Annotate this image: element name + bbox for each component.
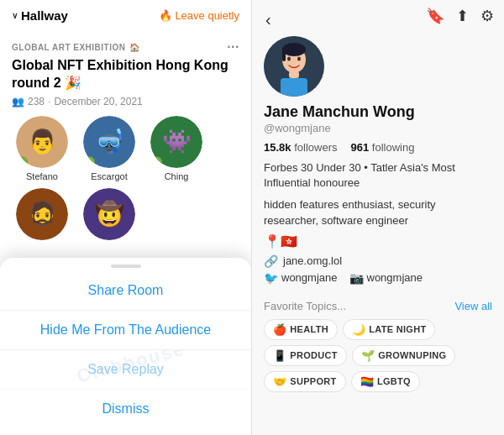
left-panel: ∨ Hallway 🔥 Leave quietly GLOBAL ART EXH…	[0, 0, 252, 435]
following-stat: 961 following	[350, 141, 414, 154]
instagram-link[interactable]: 📷 wongmjane	[349, 271, 423, 285]
room-date: December 20, 2021	[54, 96, 142, 107]
room-meta: 👥 238 · December 20, 2021	[12, 96, 239, 107]
link-icon: 🔗	[264, 254, 278, 268]
grownuping-label: GROWNUPING	[378, 350, 446, 360]
room-more-button[interactable]: ···	[227, 39, 239, 55]
chevron-down-icon: ∨	[12, 11, 18, 20]
share-room-button[interactable]: Share Room	[0, 271, 251, 311]
profile-location-emojis: 📍🇭🇰	[264, 233, 492, 249]
speaker-item[interactable]: 🧔	[12, 188, 72, 244]
topic-chip-product[interactable]: 📱 PRODUCT	[264, 345, 347, 366]
grownuping-emoji: 🌱	[361, 349, 375, 362]
bookmark-icon[interactable]: 🔖	[426, 7, 444, 25]
speaker-item[interactable]: 🤿 🟢 Escargot	[79, 116, 139, 181]
back-button[interactable]: ‹	[262, 7, 275, 33]
twitter-handle: wongmjane	[281, 271, 338, 284]
share-icon[interactable]: ⬆	[456, 7, 469, 25]
profile-actions: 🔖 ⬆ ⚙	[426, 7, 494, 25]
topic-chip-lgbtq[interactable]: 🏳️‍🌈 LGBTQ	[351, 371, 420, 392]
profile-link[interactable]: 🔗 jane.omg.lol	[264, 254, 492, 268]
room-name-button[interactable]: ∨ Hallway	[12, 8, 68, 23]
speakers-grid: 👨 🟢 Stefano 🤿 🟢 Escargot 👾 🟢 Ching	[0, 107, 251, 252]
profile-bio-line2: hidden features enthusiast, security res…	[264, 197, 492, 228]
speaker-item[interactable]: 👨 🟢 Stefano	[12, 116, 72, 181]
svg-point-5	[297, 57, 301, 61]
room-label-emoji: 🏠	[129, 43, 140, 52]
profile-name: Jane Manchun Wong	[264, 103, 492, 121]
speaker-badge: 🟢	[16, 156, 29, 168]
room-name-label: Hallway	[21, 8, 68, 23]
speaker-avatar: 🧔	[16, 188, 68, 240]
product-emoji: 📱	[273, 349, 286, 362]
save-replay-button[interactable]: Save Replay Clubhouse	[0, 350, 251, 390]
room-title: Global NFT Exhibition Hong Kong round 2 …	[12, 57, 239, 92]
topics-header: Favorite Topics... View all	[264, 300, 492, 312]
speaker-item[interactable]: 👾 🟢 Ching	[146, 116, 207, 181]
instagram-icon: 📷	[349, 271, 364, 285]
profile-socials: 🐦 wongmjane 📷 wongmjane	[264, 271, 492, 285]
product-label: PRODUCT	[290, 350, 338, 360]
dismiss-button[interactable]: Dismiss	[0, 390, 251, 428]
top-bar: ∨ Hallway 🔥 Leave quietly	[0, 0, 251, 31]
svg-rect-7	[281, 78, 307, 97]
health-label: HEALTH	[290, 324, 328, 334]
speaker-avatar: 👾 🟢	[150, 116, 202, 168]
speaker-item[interactable]: 🤠	[79, 188, 139, 244]
view-all-button[interactable]: View all	[454, 300, 492, 312]
attendee-count: 238	[28, 96, 45, 107]
topics-section: Favorite Topics... View all 🍎 HEALTH 🌙 L…	[252, 293, 504, 401]
speaker-badge: 🟢	[83, 156, 96, 168]
speaker-badge: 🟢	[150, 156, 163, 168]
speaker-name: Escargot	[91, 171, 127, 181]
topics-title: Favorite Topics...	[264, 300, 346, 312]
late-night-emoji: 🌙	[352, 323, 365, 336]
profile-stats: 15.8k followers 961 following	[264, 141, 492, 154]
svg-rect-3	[282, 50, 286, 61]
profile-bio-line1: Forbes 30 Under 30 • Tatler Asia's Most …	[264, 160, 492, 191]
settings-icon[interactable]: ⚙	[480, 7, 494, 25]
speaker-avatar: 🤠	[83, 188, 135, 240]
support-emoji: 🤝	[273, 375, 286, 388]
topics-grid: 🍎 HEALTH 🌙 LATE NIGHT 📱 PRODUCT 🌱 GROWNU…	[264, 319, 492, 392]
bottom-sheet: Share Room Hide Me From The Audience Sav…	[0, 258, 251, 435]
late-night-label: LATE NIGHT	[369, 324, 426, 334]
topic-chip-support[interactable]: 🤝 SUPPORT	[264, 371, 346, 392]
instagram-handle: wongmjane	[367, 271, 423, 284]
speaker-name: Ching	[165, 171, 189, 181]
speaker-name: Stefano	[26, 171, 58, 181]
lgbtq-label: LGBTQ	[377, 376, 411, 386]
followers-stat: 15.8k followers	[264, 141, 337, 154]
drag-handle	[111, 265, 141, 268]
speaker-avatar: 👨 🟢	[16, 116, 68, 168]
profile-avatar	[264, 36, 324, 97]
leave-quietly-button[interactable]: 🔥 Leave quietly	[159, 9, 239, 22]
support-label: SUPPORT	[290, 376, 336, 386]
topic-chip-grownuping[interactable]: 🌱 GROWNUPING	[352, 345, 456, 366]
profile-info: Jane Manchun Wong @wongmjane 15.8k follo…	[252, 36, 504, 293]
lgbtq-emoji: 🏳️‍🌈	[360, 375, 374, 388]
topic-chip-late-night[interactable]: 🌙 LATE NIGHT	[343, 319, 436, 340]
health-emoji: 🍎	[273, 323, 286, 336]
hide-from-audience-button[interactable]: Hide Me From The Audience	[0, 311, 251, 350]
profile-avatar-svg	[264, 36, 324, 97]
svg-point-2	[282, 43, 306, 56]
twitter-link[interactable]: 🐦 wongmjane	[264, 271, 338, 285]
room-card: GLOBAL ART EXHIBITION 🏠 ··· Global NFT E…	[0, 31, 251, 107]
profile-handle: @wongmjane	[264, 122, 492, 134]
room-label: GLOBAL ART EXHIBITION 🏠 ···	[12, 39, 239, 55]
svg-rect-6	[289, 71, 299, 78]
twitter-icon: 🐦	[264, 271, 278, 285]
profile-header: ‹ 🔖 ⬆ ⚙	[252, 0, 504, 36]
right-panel: ‹ 🔖 ⬆ ⚙	[252, 0, 504, 435]
svg-point-4	[287, 57, 291, 61]
topic-chip-health[interactable]: 🍎 HEALTH	[264, 319, 338, 340]
speaker-avatar: 🤿 🟢	[83, 116, 135, 168]
link-text: jane.omg.lol	[283, 254, 342, 267]
